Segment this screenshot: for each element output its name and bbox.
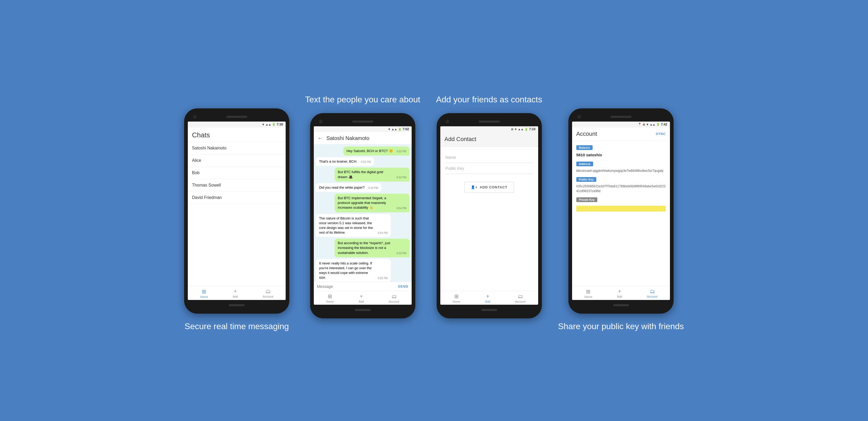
msg-1: Hey Satoshi, BCH or BTC? 🙂 6:53 PM: [343, 147, 409, 155]
msg-4: Did you read the white paper? 6:54 PM: [316, 183, 381, 192]
msg-2: That's a no brainer, BCH. 6:53 PM: [316, 157, 374, 166]
nav-home-4[interactable]: ⊞ Home: [585, 289, 592, 298]
monitor-icon-4: 🖥: [642, 123, 645, 126]
account-icon-3: 🗂: [518, 293, 523, 299]
nav-add-1[interactable]: + Add: [233, 289, 238, 298]
nav-home-1[interactable]: ⊞ Home: [200, 289, 208, 298]
chat-item-satoshi[interactable]: Satoshi Nakamoto: [188, 142, 286, 154]
privkey-badge: Private Key: [576, 197, 597, 202]
chat-item-alice[interactable]: Alice: [188, 154, 286, 167]
battery-icon-4: 🔋: [656, 123, 660, 126]
caption-phone3-top: Add your friends as contacts: [436, 95, 542, 105]
phone1-screen: ▼ ▲▲ 🔋 7:30 Chats Satoshi Nakamoto: [188, 122, 286, 300]
account-icon-2: 🗂: [392, 293, 397, 299]
chat-item-thomas[interactable]: Thomas Sowell: [188, 179, 286, 191]
phone2-status-icons: ▼ ▲▲ 🔋: [388, 128, 402, 131]
signal-icon-3: ▲▲: [518, 128, 524, 131]
home-icon: ⊞: [202, 289, 206, 295]
phone2-status-bar: ▼ ▲▲ 🔋 7:02: [314, 126, 412, 132]
chats-title: Chats: [192, 131, 210, 139]
balance-badge: Balance: [576, 145, 593, 150]
phone4-status-icons: 📍 🖥 ▼ ▲▲ 🔋: [638, 123, 660, 126]
phone4-screen: 📍 🖥 ▼ ▲▲ 🔋 7:42 Account SYNC Balance 581…: [572, 122, 670, 300]
nav-add-2[interactable]: + Add: [359, 293, 364, 303]
add-icon-3: +: [486, 293, 490, 299]
nav-home-3[interactable]: ⊞ Home: [453, 293, 460, 303]
phone3-status-icons: 🖥 ▼ ▲▲ 🔋: [510, 128, 528, 131]
messages-area: Hey Satoshi, BCH or BTC? 🙂 6:53 PM That'…: [314, 145, 412, 282]
phone3-camera: [445, 120, 449, 123]
phone4-speaker: [611, 116, 631, 118]
signal-icon-4: ▲▲: [650, 123, 655, 126]
pubkey-badge: Public Key: [576, 177, 596, 182]
phone1-bottom-nav: ⊞ Home + Add 🗂 Account: [188, 286, 286, 300]
account-icon-4: 🗂: [650, 289, 655, 295]
phone1: ▼ ▲▲ 🔋 7:30 Chats Satoshi Nakamoto: [184, 109, 289, 314]
nav-home-2[interactable]: ⊞ Home: [326, 293, 334, 303]
phone4: 📍 🖥 ▼ ▲▲ 🔋 7:42 Account SYNC Balance 581…: [568, 109, 674, 314]
msg-3: But BTC fulfills the digital gold dream …: [335, 168, 409, 181]
phone1-status-bar: ▼ ▲▲ 🔋 7:30: [188, 122, 286, 127]
battery-icon-2: 🔋: [398, 128, 402, 131]
battery-icon: 🔋: [272, 123, 276, 126]
nav-add-3[interactable]: + Add: [485, 293, 491, 303]
add-contact-header: Add Contact: [440, 132, 538, 147]
wifi-icon-2: ▼: [388, 128, 391, 131]
pubkey-value: 035c253085621e2d7f70da611789beb06d9f8954…: [576, 184, 666, 193]
send-button[interactable]: SEND: [398, 284, 408, 289]
nav-account-4[interactable]: 🗂 Account: [647, 289, 658, 298]
location-icon-4: 📍: [638, 123, 642, 126]
phone1-home-button: [229, 304, 245, 306]
phone1-status-icons: ▼ ▲▲ 🔋: [262, 123, 276, 126]
phone2-camera: [319, 120, 323, 123]
conversation-contact-name: Satoshi Nakamoto: [327, 135, 369, 141]
signal-icon-2: ▲▲: [392, 128, 397, 131]
nav-add-4[interactable]: + Add: [617, 289, 622, 298]
message-input-bar: SEND: [314, 282, 412, 291]
address-value: bitcoincash:qqgdmhhwkvmywgsp3e7w6649lfsv…: [576, 169, 666, 173]
chat-item-bob[interactable]: Bob: [188, 167, 286, 179]
add-icon-2: +: [360, 293, 363, 299]
nav-account-1[interactable]: 🗂 Account: [263, 289, 273, 298]
phone1-time: 7:30: [277, 123, 283, 126]
caption-phone1-bottom: Secure real time messaging: [185, 322, 289, 331]
phone2-home-button: [355, 309, 371, 311]
phone3-status-bar: 🖥 ▼ ▲▲ 🔋 7:24: [440, 126, 538, 132]
privkey-blurred: [576, 206, 666, 212]
message-input[interactable]: [317, 284, 396, 289]
phone4-bottom-nav: ⊞ Home + Add 🗂 Account: [572, 286, 670, 300]
nav-account-2[interactable]: 🗂 Account: [389, 293, 399, 303]
account-icon: 🗂: [266, 289, 271, 295]
msg-8: It never really hits a scale ceiling. If…: [316, 259, 391, 282]
sync-button[interactable]: SYNC: [656, 132, 665, 136]
home-icon-4: ⊞: [586, 289, 590, 295]
caption-phone4-bottom: Share your public key with friends: [558, 322, 684, 331]
phone4-home-button: [613, 304, 629, 306]
phone4-time: 7:42: [661, 123, 667, 126]
phone3-time: 7:24: [529, 127, 535, 131]
phone1-camera: [193, 115, 197, 119]
phone3-bottom-nav: ⊞ Home + Add 🗂 Account: [440, 291, 538, 305]
phone3: 🖥 ▼ ▲▲ 🔋 7:24 Add Contact Name Public: [437, 113, 542, 319]
battery-icon-3: 🔋: [525, 128, 528, 131]
back-arrow-icon[interactable]: ←: [317, 135, 323, 142]
balance-value: 5810 satoshis: [576, 152, 666, 158]
add-contact-button[interactable]: 👤+ ADD CONTACT: [464, 182, 514, 192]
phone1-speaker: [226, 116, 247, 118]
home-icon-3: ⊞: [454, 293, 459, 299]
nav-account-3[interactable]: 🗂 Account: [515, 293, 526, 303]
account-header: Account SYNC: [572, 127, 670, 141]
name-field[interactable]: Name: [444, 152, 534, 163]
phone4-status-bar: 📍 🖥 ▼ ▲▲ 🔋 7:42: [572, 122, 670, 127]
add-contact-title: Add Contact: [444, 136, 476, 142]
add-icon: +: [234, 289, 237, 295]
phone3-home-button: [482, 309, 497, 311]
chat-item-david[interactable]: David Friedman: [188, 191, 286, 204]
wifi-icon: ▼: [262, 123, 265, 126]
phone2-screen: ▼ ▲▲ 🔋 7:02 ← Satoshi Nakamoto Hey Satos…: [314, 126, 412, 305]
phone2: ▼ ▲▲ 🔋 7:02 ← Satoshi Nakamoto Hey Satos…: [310, 113, 415, 319]
chats-header: Chats: [188, 127, 286, 142]
pubkey-field[interactable]: Public Key: [444, 163, 534, 174]
account-body: Balance 5810 satoshis Address bitcoincas…: [572, 141, 670, 286]
phone2-speaker: [352, 121, 373, 123]
